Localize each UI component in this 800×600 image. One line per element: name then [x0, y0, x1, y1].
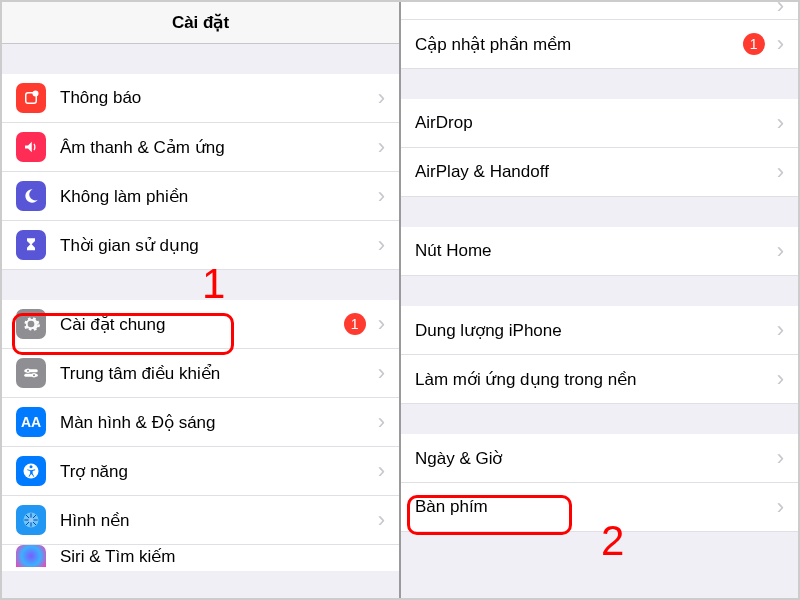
settings-group-2: Cài đặt chung 1 › Trung tâm điều khiển ›…	[2, 300, 399, 545]
control-center-icon	[16, 358, 46, 388]
row-date-time[interactable]: Ngày & Giờ ›	[401, 434, 798, 483]
row-display[interactable]: AA Màn hình & Độ sáng ›	[2, 398, 399, 447]
row-wallpaper[interactable]: Hình nền ›	[2, 496, 399, 545]
row-dnd[interactable]: Không làm phiền ›	[2, 172, 399, 221]
row-label: Không làm phiền	[60, 186, 374, 207]
hourglass-icon	[16, 230, 46, 260]
general-settings-pane: › Cập nhật phần mềm 1 › AirDrop › AirPla…	[401, 2, 798, 598]
chevron-right-icon: ›	[777, 33, 784, 55]
row-accessibility[interactable]: Trợ năng ›	[2, 447, 399, 496]
accessibility-icon	[16, 456, 46, 486]
settings-title: Cài đặt	[172, 12, 229, 33]
general-group-1: Cập nhật phần mềm 1 ›	[401, 20, 798, 69]
chevron-right-icon: ›	[378, 460, 385, 482]
chevron-right-icon: ›	[777, 319, 784, 341]
chevron-right-icon: ›	[777, 240, 784, 262]
row-label: Trung tâm điều khiển	[60, 363, 374, 384]
text-size-icon: AA	[16, 407, 46, 437]
row-label: Thông báo	[60, 88, 374, 108]
notification-badge: 1	[743, 33, 765, 55]
chevron-right-icon: ›	[777, 447, 784, 469]
chevron-right-icon: ›	[777, 368, 784, 390]
chevron-right-icon: ›	[378, 362, 385, 384]
svg-point-1	[33, 91, 39, 97]
row-label: Ngày & Giờ	[415, 448, 773, 469]
row-airdrop[interactable]: AirDrop ›	[401, 99, 798, 148]
chevron-right-icon: ›	[378, 234, 385, 256]
row-siri-partial[interactable]: Siri & Tìm kiếm	[2, 545, 399, 571]
row-control-center[interactable]: Trung tâm điều khiển ›	[2, 349, 399, 398]
chevron-right-icon: ›	[777, 161, 784, 183]
row-label: Bàn phím	[415, 497, 773, 517]
general-group-3: Nút Home ›	[401, 227, 798, 276]
row-about-partial[interactable]: ›	[401, 2, 798, 20]
chevron-right-icon: ›	[777, 496, 784, 518]
settings-header: Cài đặt	[2, 2, 399, 44]
chevron-right-icon: ›	[378, 136, 385, 158]
row-keyboard[interactable]: Bàn phím ›	[401, 483, 798, 532]
chevron-right-icon: ›	[378, 313, 385, 335]
row-iphone-storage[interactable]: Dung lượng iPhone ›	[401, 306, 798, 355]
row-label: AirDrop	[415, 113, 773, 133]
row-sounds[interactable]: Âm thanh & Cảm ứng ›	[2, 123, 399, 172]
sound-icon	[16, 132, 46, 162]
row-label: Hình nền	[60, 510, 374, 531]
row-label: Cài đặt chung	[60, 314, 344, 335]
chevron-right-icon: ›	[777, 112, 784, 134]
gear-icon	[16, 309, 46, 339]
row-label: Dung lượng iPhone	[415, 320, 773, 341]
row-label: Âm thanh & Cảm ứng	[60, 137, 374, 158]
row-airplay-handoff[interactable]: AirPlay & Handoff ›	[401, 148, 798, 197]
notification-badge: 1	[344, 313, 366, 335]
svg-point-4	[26, 369, 29, 372]
moon-icon	[16, 181, 46, 211]
row-label: Trợ năng	[60, 461, 374, 482]
row-home-button[interactable]: Nút Home ›	[401, 227, 798, 276]
row-label: AirPlay & Handoff	[415, 162, 773, 182]
row-screentime[interactable]: Thời gian sử dụng ›	[2, 221, 399, 270]
general-group-4: Dung lượng iPhone › Làm mới ứng dụng tro…	[401, 306, 798, 404]
notification-icon	[16, 83, 46, 113]
settings-group-1: Thông báo › Âm thanh & Cảm ứng › Không l…	[2, 74, 399, 270]
svg-point-7	[30, 465, 33, 468]
siri-icon	[16, 545, 46, 567]
chevron-right-icon: ›	[378, 185, 385, 207]
general-group-5: Ngày & Giờ › Bàn phím ›	[401, 434, 798, 532]
row-general[interactable]: Cài đặt chung 1 ›	[2, 300, 399, 349]
row-label: Siri & Tìm kiếm	[60, 546, 175, 567]
row-background-refresh[interactable]: Làm mới ứng dụng trong nền ›	[401, 355, 798, 404]
svg-point-5	[32, 374, 35, 377]
svg-point-9	[29, 518, 34, 523]
row-label: Màn hình & Độ sáng	[60, 412, 374, 433]
general-group-2: AirDrop › AirPlay & Handoff ›	[401, 99, 798, 197]
row-label: Thời gian sử dụng	[60, 235, 374, 256]
settings-root-pane: Cài đặt Thông báo › Âm thanh & Cảm ứng ›	[2, 2, 399, 598]
wallpaper-icon	[16, 505, 46, 535]
row-notifications[interactable]: Thông báo ›	[2, 74, 399, 123]
row-label: Làm mới ứng dụng trong nền	[415, 369, 773, 390]
row-label: Cập nhật phần mềm	[415, 34, 743, 55]
chevron-right-icon: ›	[777, 2, 784, 11]
chevron-right-icon: ›	[378, 509, 385, 531]
row-software-update[interactable]: Cập nhật phần mềm 1 ›	[401, 20, 798, 69]
chevron-right-icon: ›	[378, 411, 385, 433]
row-label: Nút Home	[415, 241, 773, 261]
chevron-right-icon: ›	[378, 87, 385, 109]
